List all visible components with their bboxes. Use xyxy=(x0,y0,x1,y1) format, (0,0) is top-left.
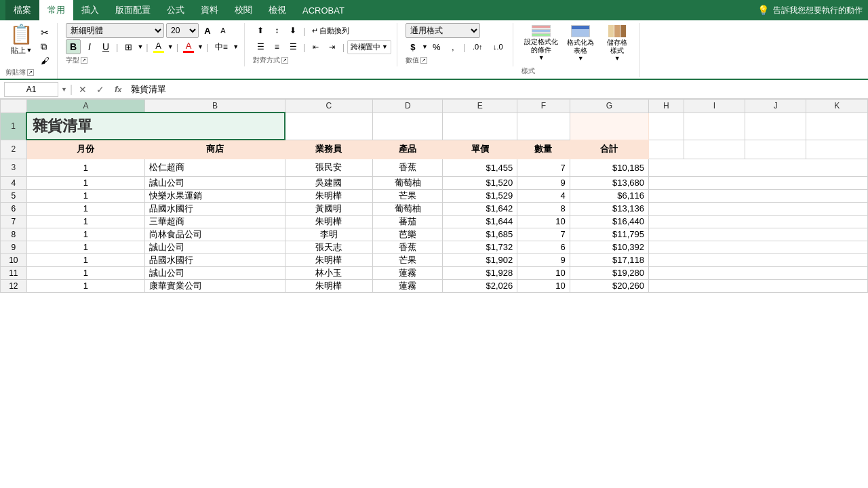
align-left-button[interactable]: ☰ xyxy=(253,39,268,54)
italic-button[interactable]: I xyxy=(82,39,97,54)
col-header-h[interactable]: H xyxy=(648,100,684,113)
cell-ref-dropdown[interactable]: ▼ xyxy=(61,86,67,93)
cell-b4[interactable]: 誠山公司 xyxy=(145,176,285,189)
row-header-4[interactable]: 4 xyxy=(1,176,27,189)
cell-f10[interactable]: 9 xyxy=(517,253,570,266)
cell-c2[interactable]: 業務員 xyxy=(285,140,372,159)
cell-d8[interactable]: 芭樂 xyxy=(373,228,443,241)
cell-d6[interactable]: 葡萄柚 xyxy=(373,202,443,215)
fill-color-button[interactable]: A xyxy=(151,39,166,54)
paste-button[interactable]: 📋 貼上 ▼ xyxy=(5,23,37,57)
decrease-font-button[interactable]: A xyxy=(216,24,230,37)
col-header-a[interactable]: A xyxy=(26,100,144,113)
cell-f4[interactable]: 9 xyxy=(517,176,570,189)
menu-item-home[interactable]: 常用 xyxy=(39,0,73,20)
cell-d12[interactable]: 蓮霧 xyxy=(373,279,443,292)
cell-c8[interactable]: 李明 xyxy=(285,228,372,241)
cell-a12[interactable]: 1 xyxy=(26,279,144,292)
col-header-d[interactable]: D xyxy=(373,100,443,113)
cell-e11[interactable]: $1,928 xyxy=(443,266,517,279)
cell-a10[interactable]: 1 xyxy=(26,253,144,266)
cell-e3[interactable]: $1,455 xyxy=(443,159,517,176)
dollar-dropdown[interactable]: ▼ xyxy=(422,43,428,50)
cell-f8[interactable]: 7 xyxy=(517,228,570,241)
font-color-dropdown[interactable]: ▼ xyxy=(197,43,203,50)
cell-e2[interactable]: 單價 xyxy=(443,140,517,159)
row-header-3[interactable]: 3 xyxy=(1,159,27,176)
col-header-i[interactable]: I xyxy=(684,100,745,113)
col-header-g[interactable]: G xyxy=(570,100,648,113)
cjk-button[interactable]: 中≡ xyxy=(211,39,231,54)
cell-c11[interactable]: 林小玉 xyxy=(285,266,372,279)
col-header-e[interactable]: E xyxy=(443,100,517,113)
align-center-button[interactable]: ≡ xyxy=(269,39,284,54)
cancel-icon[interactable]: ✕ xyxy=(75,82,90,97)
col-header-c[interactable]: C xyxy=(285,100,372,113)
row-header-9[interactable]: 9 xyxy=(1,241,27,253)
cell-a8[interactable]: 1 xyxy=(26,228,144,241)
cell-e1[interactable] xyxy=(443,113,517,140)
cell-d5[interactable]: 芒果 xyxy=(373,189,443,202)
cell-j1[interactable] xyxy=(745,113,806,140)
cell-d9[interactable]: 香蕉 xyxy=(373,241,443,253)
cell-e7[interactable]: $1,644 xyxy=(443,215,517,228)
cut-button[interactable]: ✂ xyxy=(39,26,52,39)
cell-g3[interactable]: $10,185 xyxy=(570,159,648,176)
menu-item-file[interactable]: 檔案 xyxy=(5,0,39,20)
cell-c6[interactable]: 黃國明 xyxy=(285,202,372,215)
help-text[interactable]: 告訴我您想要執行的動作 xyxy=(773,5,863,16)
increase-decimal-button[interactable]: .0↑ xyxy=(468,39,487,54)
cell-g11[interactable]: $19,280 xyxy=(570,266,648,279)
cell-b6[interactable]: 品國水國行 xyxy=(145,202,285,215)
row-header-2[interactable]: 2 xyxy=(1,140,27,159)
border-dropdown[interactable]: ▼ xyxy=(137,43,143,50)
cell-g2[interactable]: 合計 xyxy=(570,140,648,159)
number-expand[interactable]: ↗ xyxy=(420,57,427,64)
cell-i1[interactable] xyxy=(684,113,745,140)
col-header-b[interactable]: B xyxy=(145,100,285,113)
row-header-1[interactable]: 1 xyxy=(1,113,27,140)
cell-b11[interactable]: 誠山公司 xyxy=(145,266,285,279)
cell-g9[interactable]: $10,392 xyxy=(570,241,648,253)
cell-b7[interactable]: 三華超商 xyxy=(145,215,285,228)
fill-color-dropdown[interactable]: ▼ xyxy=(167,43,174,50)
cell-reference-input[interactable] xyxy=(4,82,58,97)
align-top-button[interactable]: ⬆ xyxy=(253,23,268,38)
format-painter-button[interactable]: 🖌 xyxy=(39,54,52,67)
increase-font-button[interactable]: A xyxy=(201,24,214,37)
menu-item-acrobat[interactable]: ACROBAT xyxy=(294,0,353,20)
cell-d1[interactable] xyxy=(373,113,443,140)
format-table-dropdown[interactable]: ▼ xyxy=(578,55,584,62)
cell-c1[interactable] xyxy=(285,113,372,140)
cell-k1[interactable] xyxy=(806,113,868,140)
confirm-icon[interactable]: ✓ xyxy=(93,82,108,97)
cell-f5[interactable]: 4 xyxy=(517,189,570,202)
cell-f7[interactable]: 10 xyxy=(517,215,570,228)
cell-c10[interactable]: 朱明樺 xyxy=(285,253,372,266)
col-header-j[interactable]: J xyxy=(745,100,806,113)
cell-f12[interactable]: 10 xyxy=(517,279,570,292)
cell-e5[interactable]: $1,529 xyxy=(443,189,517,202)
cell-a7[interactable]: 1 xyxy=(26,215,144,228)
cell-a9[interactable]: 1 xyxy=(26,241,144,253)
menu-item-view[interactable]: 檢視 xyxy=(260,0,294,20)
cell-a4[interactable]: 1 xyxy=(26,176,144,189)
row-header-11[interactable]: 11 xyxy=(1,266,27,279)
cell-f6[interactable]: 8 xyxy=(517,202,570,215)
font-name-select[interactable]: 新細明體 xyxy=(66,23,164,38)
cell-d11[interactable]: 蓮霧 xyxy=(373,266,443,279)
cell-a3[interactable]: 1 xyxy=(26,159,144,176)
cell-f1[interactable] xyxy=(517,113,570,140)
cell-a6[interactable]: 1 xyxy=(26,202,144,215)
conditional-format-button[interactable]: 設定格式化的條件 ▼ xyxy=(521,23,561,63)
cjk-dropdown[interactable]: ▼ xyxy=(233,43,239,50)
cell-g4[interactable]: $13,680 xyxy=(570,176,648,189)
cell-j2[interactable] xyxy=(745,140,806,159)
cell-i2[interactable] xyxy=(684,140,745,159)
font-color-button[interactable]: A xyxy=(181,39,196,54)
cell-d10[interactable]: 芒果 xyxy=(373,253,443,266)
cell-f2[interactable]: 數量 xyxy=(517,140,570,159)
menu-item-layout[interactable]: 版面配置 xyxy=(107,0,159,20)
cell-c5[interactable]: 朱明樺 xyxy=(285,189,372,202)
cell-styles-dropdown[interactable]: ▼ xyxy=(614,55,620,62)
